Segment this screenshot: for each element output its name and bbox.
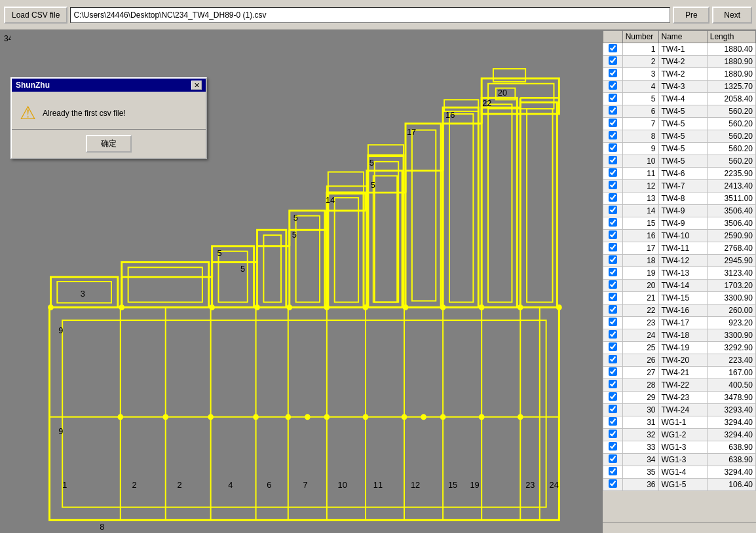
row-checkbox[interactable] (609, 218, 617, 227)
table-row: 18TW4-122945.90 (603, 255, 756, 267)
row-length: 2235.90 (707, 168, 755, 180)
row-checkbox[interactable] (609, 280, 617, 289)
table-row: 24TW4-183300.90 (603, 329, 756, 342)
row-checkbox[interactable] (609, 293, 617, 301)
row-name: TW4-12 (658, 255, 707, 267)
row-number: 26 (622, 354, 658, 367)
label-9-left: 9 (58, 325, 63, 335)
row-name: TW4-14 (658, 280, 707, 292)
row-length: 3293.40 (707, 404, 755, 416)
row-checkbox[interactable] (609, 181, 617, 189)
row-number: 30 (622, 404, 658, 416)
row-checkbox[interactable] (609, 305, 617, 314)
label-15: 15 (448, 480, 457, 490)
row-name: TW4-23 (658, 392, 707, 404)
row-checkbox[interactable] (609, 56, 617, 65)
row-number: 12 (622, 180, 658, 193)
row-checkbox[interactable] (609, 318, 617, 326)
row-checkbox[interactable] (609, 268, 617, 276)
row-checkbox[interactable] (609, 143, 617, 152)
svg-point-20 (254, 415, 258, 419)
row-checkbox[interactable] (609, 131, 617, 139)
row-checkbox[interactable] (609, 156, 617, 164)
dialog-close-button[interactable]: ✕ (191, 81, 202, 90)
row-checkbox[interactable] (609, 454, 617, 463)
label-5a: 5 (369, 158, 374, 168)
load-csv-button[interactable]: Load CSV file (4, 7, 67, 24)
row-name: TW4-5 (658, 143, 707, 155)
row-number: 33 (622, 441, 658, 454)
pre-button[interactable]: Pre (673, 7, 709, 24)
row-checkbox[interactable] (609, 69, 617, 77)
row-checkbox[interactable] (609, 81, 617, 90)
row-checkbox[interactable] (609, 405, 617, 413)
row-checkbox[interactable] (609, 479, 617, 488)
row-length: 167.00 (707, 367, 755, 379)
row-length: 560.20 (707, 105, 755, 118)
svg-point-91 (441, 305, 445, 309)
table-row: 33WG1-3638.90 (603, 441, 756, 454)
row-name: TW4-24 (658, 404, 707, 416)
row-name: TW4-16 (658, 304, 707, 317)
row-checkbox[interactable] (609, 206, 617, 214)
warning-icon: ⚠ (20, 102, 36, 124)
parts-table: Number Name Length 1TW4-11880.402TW4-218… (603, 30, 756, 491)
row-length: 3123.40 (707, 267, 755, 280)
row-length: 3294.40 (707, 466, 755, 479)
row-name: WG1-5 (658, 479, 707, 491)
row-checkbox[interactable] (609, 442, 617, 450)
row-checkbox[interactable] (609, 355, 617, 363)
row-number: 21 (622, 292, 658, 304)
row-number: 3 (622, 68, 658, 81)
row-number: 20 (622, 280, 658, 292)
row-number: 1 (622, 43, 658, 56)
svg-point-93 (518, 305, 522, 309)
row-checkbox[interactable] (609, 342, 617, 351)
row-name: TW4-19 (658, 342, 707, 354)
row-checkbox[interactable] (609, 367, 617, 376)
row-name: WG1-4 (658, 466, 707, 479)
row-number: 11 (622, 168, 658, 180)
row-checkbox[interactable] (609, 44, 617, 52)
table-row: 31WG1-13294.40 (603, 416, 756, 429)
table-row: 6TW4-5560.20 (603, 105, 756, 118)
table-row: 16TW4-102590.90 (603, 230, 756, 242)
row-checkbox[interactable] (609, 430, 617, 438)
row-number: 15 (622, 217, 658, 230)
row-length: 560.20 (707, 118, 755, 130)
row-checkbox[interactable] (609, 392, 617, 401)
next-button[interactable]: Next (712, 7, 752, 24)
row-length: 560.20 (707, 143, 755, 155)
table-row: 11TW4-62235.90 (603, 168, 756, 180)
label-8: 8 (100, 522, 104, 532)
svg-point-86 (255, 305, 259, 309)
row-checkbox[interactable] (609, 330, 617, 339)
row-checkbox[interactable] (609, 380, 617, 388)
row-length: 106.40 (707, 479, 755, 491)
row-name: TW4-13 (658, 267, 707, 280)
row-checkbox[interactable] (609, 243, 617, 251)
table-container[interactable]: Number Name Length 1TW4-11880.402TW4-218… (603, 30, 756, 523)
row-checkbox[interactable] (609, 255, 617, 264)
table-body: 1TW4-11880.402TW4-21880.903TW4-21880.904… (603, 43, 756, 491)
row-checkbox[interactable] (609, 94, 617, 102)
file-path-input[interactable] (70, 7, 670, 23)
row-length: 3294.40 (707, 416, 755, 429)
ok-button[interactable]: 确定 (86, 135, 132, 153)
row-number: 9 (622, 143, 658, 155)
svg-point-23 (364, 415, 368, 419)
row-length: 638.90 (707, 454, 755, 466)
row-checkbox[interactable] (609, 168, 617, 177)
row-checkbox[interactable] (609, 119, 617, 127)
row-checkbox[interactable] (609, 230, 617, 239)
row-checkbox[interactable] (609, 417, 617, 426)
label-4: 4 (228, 480, 233, 490)
row-checkbox[interactable] (609, 193, 617, 202)
row-checkbox[interactable] (609, 467, 617, 475)
table-row: 21TW4-153300.90 (603, 292, 756, 304)
row-checkbox[interactable] (609, 106, 617, 115)
scroll-bottom[interactable] (603, 523, 756, 533)
table-row: 29TW4-233478.90 (603, 392, 756, 404)
row-number: 14 (622, 205, 658, 217)
label-5e: 5 (292, 230, 297, 240)
